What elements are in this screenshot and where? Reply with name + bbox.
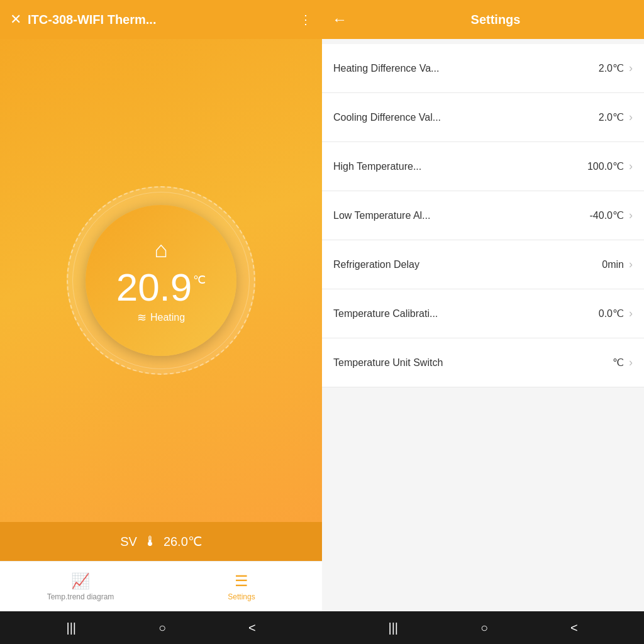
- left-system-bar: ||| ○ <: [0, 611, 322, 644]
- right-sys-btn-menu[interactable]: |||: [388, 621, 398, 635]
- right-title: Settings: [357, 13, 634, 27]
- dial-outer: ⌂ 20.9 ℃ ≋ Heating: [67, 186, 255, 375]
- back-icon[interactable]: ←: [332, 11, 347, 28]
- right-panel: ← Settings Heating Difference Va... 2.0℃…: [322, 0, 644, 644]
- chevron-icon-1: ›: [629, 111, 633, 124]
- setting-value-high-temp: 100.0℃: [587, 160, 624, 172]
- left-sys-btn-menu[interactable]: |||: [66, 621, 76, 635]
- right-header: ← Settings: [322, 0, 644, 39]
- left-title: ITC-308-WIFI Therm...: [28, 13, 293, 27]
- settings-nav-label: Settings: [228, 592, 255, 601]
- settings-item-cooling-diff[interactable]: Cooling Difference Val... 2.0℃ ›: [322, 93, 644, 142]
- trend-label: Temp.trend diagram: [47, 592, 114, 601]
- settings-item-high-temp[interactable]: High Temperature... 100.0℃ ›: [322, 142, 644, 191]
- chevron-icon-5: ›: [629, 307, 633, 320]
- setting-value-temp-unit: ℃: [613, 357, 624, 369]
- temp-value: 20.9: [116, 268, 192, 307]
- setting-value-refrig-delay: 0min: [602, 259, 624, 270]
- dial-inner: ⌂ 20.9 ℃ ≋ Heating: [86, 205, 236, 356]
- house-icon: ⌂: [154, 236, 168, 263]
- sv-label: SV: [120, 535, 137, 549]
- setting-value-heating-diff: 2.0℃: [599, 62, 624, 74]
- heating-text: Heating: [150, 312, 185, 323]
- right-sys-btn-home[interactable]: ○: [480, 621, 488, 635]
- thermometer-icon: 🌡: [143, 533, 157, 550]
- settings-item-temp-calib[interactable]: Temperature Calibrati... 0.0℃ ›: [322, 289, 644, 338]
- temp-unit: ℃: [193, 273, 206, 287]
- nav-item-settings[interactable]: ☰ Settings: [161, 562, 322, 611]
- setting-label-temp-calib: Temperature Calibrati...: [333, 308, 599, 319]
- right-system-bar: ||| ○ <: [322, 611, 644, 644]
- chevron-icon-3: ›: [629, 209, 633, 222]
- left-panel: ✕ ITC-308-WIFI Therm... ⋮ ⌂ 20.9 ℃ ≋ Hea…: [0, 0, 322, 644]
- temperature-display: 20.9 ℃: [116, 268, 206, 307]
- settings-item-temp-unit[interactable]: Temperature Unit Switch ℃ ›: [322, 338, 644, 387]
- nav-item-trend[interactable]: 📈 Temp.trend diagram: [0, 562, 161, 611]
- sv-value: 26.0℃: [164, 534, 202, 549]
- setting-value-cooling-diff: 2.0℃: [599, 111, 624, 123]
- close-icon[interactable]: ✕: [10, 11, 21, 28]
- setting-value-temp-calib: 0.0℃: [599, 308, 624, 319]
- left-header: ✕ ITC-308-WIFI Therm... ⋮: [0, 0, 322, 39]
- chevron-icon-0: ›: [629, 62, 633, 75]
- setting-label-low-temp: Low Temperature Al...: [333, 210, 590, 221]
- heat-icon: ≋: [137, 311, 147, 325]
- sv-bar: SV 🌡 26.0℃: [0, 522, 322, 561]
- chevron-icon-6: ›: [629, 356, 633, 369]
- setting-label-temp-unit: Temperature Unit Switch: [333, 357, 613, 369]
- heating-status: ≋ Heating: [137, 311, 185, 325]
- setting-label-heating-diff: Heating Difference Va...: [333, 63, 599, 74]
- left-sys-btn-home[interactable]: ○: [158, 621, 166, 635]
- settings-item-low-temp[interactable]: Low Temperature Al... -40.0℃ ›: [322, 191, 644, 240]
- bottom-nav: 📈 Temp.trend diagram ☰ Settings: [0, 561, 322, 611]
- settings-list: Heating Difference Va... 2.0℃ › Cooling …: [322, 39, 644, 611]
- setting-value-low-temp: -40.0℃: [590, 209, 624, 221]
- setting-label-cooling-diff: Cooling Difference Val...: [333, 112, 599, 123]
- right-sys-btn-back[interactable]: <: [570, 621, 578, 635]
- left-sys-btn-back[interactable]: <: [248, 621, 256, 635]
- setting-label-high-temp: High Temperature...: [333, 161, 587, 172]
- thermostat-area: ⌂ 20.9 ℃ ≋ Heating: [0, 39, 322, 522]
- chevron-icon-4: ›: [629, 258, 633, 271]
- setting-label-refrig-delay: Refrigeration Delay: [333, 259, 602, 270]
- trend-icon: 📈: [71, 572, 90, 590]
- chevron-icon-2: ›: [629, 160, 633, 173]
- settings-nav-icon: ☰: [235, 572, 248, 590]
- settings-item-heating-diff[interactable]: Heating Difference Va... 2.0℃ ›: [322, 44, 644, 93]
- settings-item-refrig-delay[interactable]: Refrigeration Delay 0min ›: [322, 240, 644, 289]
- menu-icon[interactable]: ⋮: [299, 12, 312, 27]
